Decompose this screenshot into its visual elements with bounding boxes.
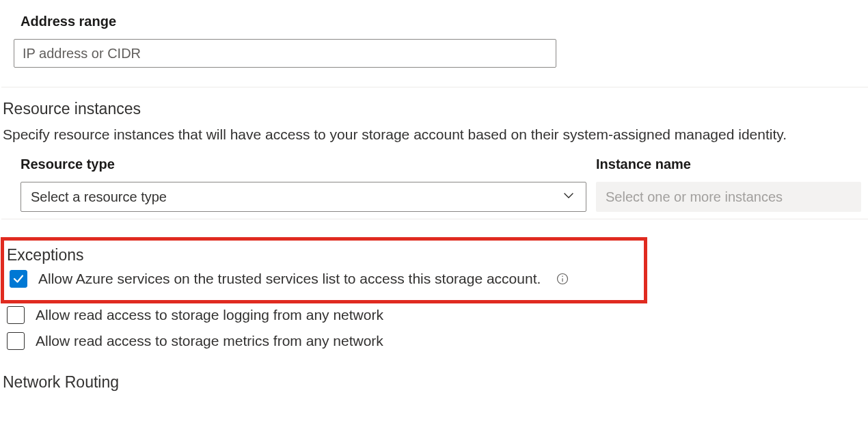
exceptions-highlight: Exceptions Allow Azure services on the t… [1,237,647,303]
resource-instances-description: Specify resource instances that will hav… [1,121,868,148]
exception-label: Allow read access to storage metrics fro… [36,333,383,349]
instance-name-dropdown[interactable]: Select one or more instances [596,182,861,212]
resource-type-label: Resource type [21,157,580,182]
address-range-input[interactable] [14,39,556,68]
resource-type-placeholder: Select a resource type [31,189,167,205]
address-range-label: Address range [1,0,868,35]
exception-checkbox-metrics[interactable] [7,332,25,350]
info-icon[interactable] [556,272,569,286]
exception-row-metrics: Allow read access to storage metrics fro… [1,327,868,353]
resource-instances-heading: Resource instances [1,87,868,121]
svg-point-2 [562,276,563,277]
instance-name-placeholder: Select one or more instances [606,189,783,205]
exception-label: Allow read access to storage logging fro… [36,307,383,323]
exception-row-trusted-services: Allow Azure services on the trusted serv… [4,267,644,290]
chevron-down-icon [561,188,576,206]
resource-type-dropdown[interactable]: Select a resource type [21,182,586,212]
network-routing-heading: Network Routing [1,353,868,392]
exception-checkbox-logging[interactable] [7,306,25,324]
exception-row-logging: Allow read access to storage logging fro… [1,303,868,327]
exception-label: Allow Azure services on the trusted serv… [38,271,541,287]
exception-checkbox-trusted-services[interactable] [10,270,27,288]
instance-name-label: Instance name [596,157,861,182]
exceptions-heading: Exceptions [4,243,644,267]
